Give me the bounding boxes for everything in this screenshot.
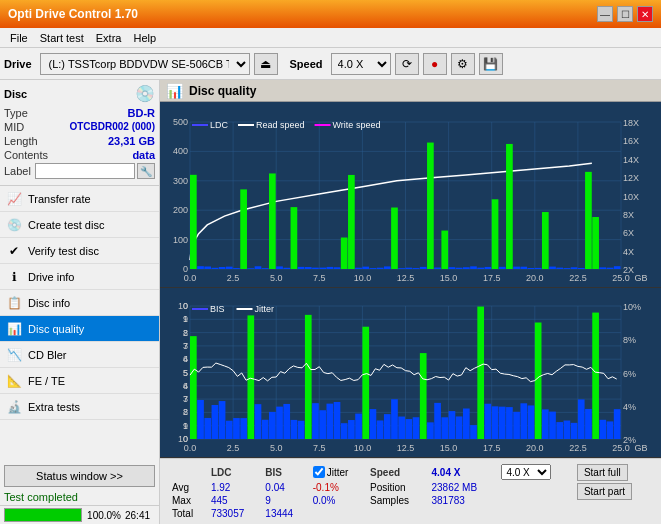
start-part-button[interactable]: Start part	[577, 483, 632, 500]
total-bis: 13444	[261, 508, 306, 519]
minimize-button[interactable]: —	[597, 6, 613, 22]
chart-header: 📊 Disc quality	[160, 80, 661, 102]
settings-button[interactable]: ⚙	[451, 53, 475, 75]
nav-icon-create-test-disc: 💿	[6, 218, 22, 232]
label-input[interactable]	[35, 163, 135, 179]
upper-chart	[160, 102, 661, 288]
sidebar-item-disc-quality[interactable]: 📊Disc quality	[0, 316, 159, 342]
nav-label-extra-tests: Extra tests	[28, 401, 80, 413]
progress-bar-inner	[5, 509, 81, 521]
status-text: Test completed	[4, 491, 78, 503]
stats-bar: LDC BIS Jitter Speed 4.04 X 4.0 X	[160, 458, 661, 524]
save-button[interactable]: 💾	[479, 53, 503, 75]
avg-ldc: 1.92	[207, 482, 259, 493]
avg-jitter: -0.1%	[309, 482, 364, 493]
samples-label: Samples	[366, 495, 425, 506]
nav-label-verify-test-disc: Verify test disc	[28, 245, 99, 257]
jitter-checkbox[interactable]	[313, 466, 325, 478]
total-ldc: 733057	[207, 508, 259, 519]
total-label: Total	[168, 508, 205, 519]
chart-header-icon: 📊	[166, 83, 183, 99]
nav-label-drive-info: Drive info	[28, 271, 74, 283]
label-edit-button[interactable]: 🔧	[137, 163, 155, 179]
position-label: Position	[366, 482, 425, 493]
right-content: 📊 Disc quality LDC BIS	[160, 80, 661, 524]
position-val: 23862 MB	[428, 482, 496, 493]
nav-icon-transfer-rate: 📈	[6, 192, 22, 206]
progress-text: 100.0%	[86, 510, 121, 521]
sidebar-item-create-test-disc[interactable]: 💿Create test disc	[0, 212, 159, 238]
refresh-button[interactable]: ⟳	[395, 53, 419, 75]
nav-icon-drive-info: ℹ	[6, 270, 22, 284]
type-key: Type	[4, 107, 28, 119]
status-window-button[interactable]: Status window >>	[4, 465, 155, 487]
nav-label-disc-quality: Disc quality	[28, 323, 84, 335]
title-bar-controls: — ☐ ✕	[597, 6, 653, 22]
menu-bar: File Start test Extra Help	[0, 28, 661, 48]
speed-stat-header: Speed	[366, 464, 425, 480]
nav-icon-fe-te: 📐	[6, 374, 22, 388]
nav-icon-verify-test-disc: ✔	[6, 244, 22, 258]
start-full-button[interactable]: Start full	[577, 464, 628, 481]
length-key: Length	[4, 135, 38, 147]
max-jitter: 0.0%	[309, 495, 364, 506]
contents-val: data	[132, 149, 155, 161]
progress-area: 100.0% 26:41	[0, 505, 159, 524]
menu-extra[interactable]: Extra	[90, 31, 128, 45]
drive-select[interactable]: (L:) TSSTcorp BDDVDW SE-506CB TS02	[40, 53, 250, 75]
sidebar-item-drive-info[interactable]: ℹDrive info	[0, 264, 159, 290]
avg-label: Avg	[168, 482, 205, 493]
app-title: Opti Drive Control 1.70	[8, 7, 138, 21]
length-val: 23,31 GB	[108, 135, 155, 147]
nav-label-fe-te: FE / TE	[28, 375, 65, 387]
contents-key: Contents	[4, 149, 48, 161]
bis-header: BIS	[261, 464, 306, 480]
sidebar-item-extra-tests[interactable]: 🔬Extra tests	[0, 394, 159, 420]
sidebar-item-cd-bler[interactable]: 📉CD Bler	[0, 342, 159, 368]
time-text: 26:41	[125, 510, 155, 521]
drive-label: Drive	[4, 58, 32, 70]
mid-val: OTCBDR002 (000)	[69, 121, 155, 133]
chart-title: Disc quality	[189, 84, 256, 98]
nav-label-cd-bler: CD Bler	[28, 349, 67, 361]
menu-help[interactable]: Help	[127, 31, 162, 45]
disc-section-label: Disc	[4, 88, 27, 100]
sidebar-item-transfer-rate[interactable]: 📈Transfer rate	[0, 186, 159, 212]
samples-val: 381783	[428, 495, 496, 506]
max-ldc: 445	[207, 495, 259, 506]
nav-icon-cd-bler: 📉	[6, 348, 22, 362]
menu-start-test[interactable]: Start test	[34, 31, 90, 45]
speed-stat-select[interactable]: 4.0 X	[501, 464, 551, 480]
progress-bar-outer	[4, 508, 82, 522]
jitter-check-label: Jitter	[313, 466, 360, 478]
sidebar: Disc 💿 Type BD-R MID OTCBDR002 (000) Len…	[0, 80, 160, 524]
nav-icon-disc-quality: 📊	[6, 322, 22, 336]
nav-label-disc-info: Disc info	[28, 297, 70, 309]
close-button[interactable]: ✕	[637, 6, 653, 22]
charts-area	[160, 102, 661, 458]
disc-icon: 💿	[135, 84, 155, 103]
lower-chart	[160, 288, 661, 458]
speed-select[interactable]: 4.0 X 8.0 X 2.0 X 1.0 X	[331, 53, 391, 75]
nav-label-create-test-disc: Create test disc	[28, 219, 104, 231]
disc-panel: Disc 💿 Type BD-R MID OTCBDR002 (000) Len…	[0, 80, 159, 186]
menu-file[interactable]: File	[4, 31, 34, 45]
max-bis: 9	[261, 495, 306, 506]
jitter-label: Jitter	[327, 467, 349, 478]
nav-icon-disc-info: 📋	[6, 296, 22, 310]
eject-button[interactable]: ⏏	[254, 53, 278, 75]
burn-button[interactable]: ●	[423, 53, 447, 75]
sidebar-item-fe-te[interactable]: 📐FE / TE	[0, 368, 159, 394]
avg-bis: 0.04	[261, 482, 306, 493]
main-area: Disc 💿 Type BD-R MID OTCBDR002 (000) Len…	[0, 80, 661, 524]
sidebar-item-verify-test-disc[interactable]: ✔Verify test disc	[0, 238, 159, 264]
nav-icon-extra-tests: 🔬	[6, 400, 22, 414]
toolbar: Drive (L:) TSSTcorp BDDVDW SE-506CB TS02…	[0, 48, 661, 80]
nav-label-transfer-rate: Transfer rate	[28, 193, 91, 205]
speed-label: Speed	[290, 58, 323, 70]
sidebar-item-disc-info[interactable]: 📋Disc info	[0, 290, 159, 316]
speed-val: 4.04 X	[432, 467, 461, 478]
maximize-button[interactable]: ☐	[617, 6, 633, 22]
upper-chart-canvas	[160, 102, 661, 287]
type-val: BD-R	[128, 107, 156, 119]
